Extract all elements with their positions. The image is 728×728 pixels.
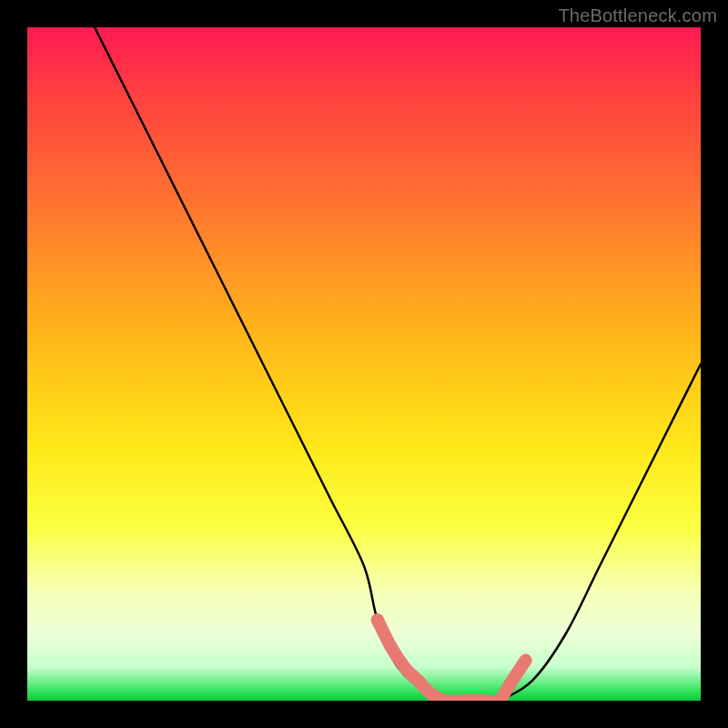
curve-layer [27, 27, 701, 701]
chart-frame: TheBottleneck.com [0, 0, 728, 728]
bottleneck-curve [95, 27, 701, 701]
optimal-band-dot [385, 641, 398, 653]
plot-area [27, 27, 701, 701]
watermark-text: TheBottleneck.com [558, 5, 717, 26]
optimal-band [378, 620, 526, 701]
optimal-band-dot [371, 613, 384, 626]
